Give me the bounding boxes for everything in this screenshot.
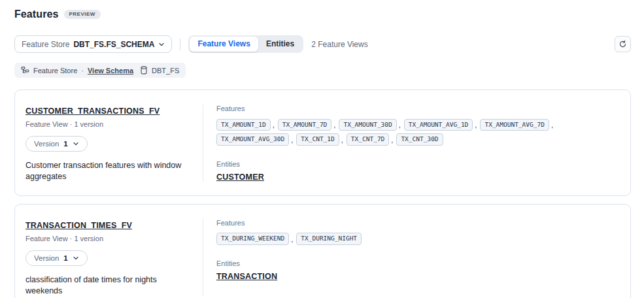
feature-chip: TX_DURING_WEEKEND bbox=[216, 233, 289, 244]
features-section-label: Features bbox=[216, 105, 615, 112]
feature-view-list: CUSTOMER_TRANSACTIONS_FV Feature View · … bbox=[0, 90, 644, 298]
entity-link[interactable]: CUSTOMER bbox=[216, 173, 264, 182]
feature-view-meta: Feature View · 1 version bbox=[25, 235, 194, 242]
feature-chip: TX_AMOUNT_AVG_7D bbox=[480, 119, 549, 131]
feature-store-selector-value: DBT_FS.FS_SCHEMA bbox=[73, 40, 154, 49]
feature-chip: TX_CNT_1D bbox=[296, 133, 339, 145]
card-details: Features TX_AMOUNT_1D,TX_AMOUNT_7D,TX_AM… bbox=[203, 105, 630, 182]
chip-separator: , bbox=[333, 121, 335, 129]
toolbar: Feature Store DBT_FS.FS_SCHEMA Feature V… bbox=[0, 35, 644, 53]
feature-view-description: Customer transaction features with windo… bbox=[25, 160, 194, 182]
feature-view-meta: Feature View · 1 version bbox=[25, 120, 194, 128]
chip-separator: , bbox=[341, 136, 343, 144]
features-section-label: Features bbox=[216, 219, 615, 227]
version-label: Version bbox=[34, 254, 59, 262]
feature-view-title-link[interactable]: CUSTOMER_TRANSACTIONS_FV bbox=[25, 107, 160, 116]
page-header: Features PREVIEW bbox=[0, 0, 644, 20]
version-dropdown[interactable]: Version 1 bbox=[25, 250, 88, 266]
feature-chip: TX_AMOUNT_30D bbox=[339, 119, 396, 131]
breadcrumb-feature-store-text: Feature Store bbox=[33, 67, 77, 74]
tab-feature-views[interactable]: Feature Views bbox=[190, 37, 258, 52]
feature-chip: TX_AMOUNT_7D bbox=[278, 119, 332, 131]
card-summary: TRANSACTION_TIMES_FV Feature View · 1 ve… bbox=[15, 219, 203, 297]
chip-separator: , bbox=[475, 121, 477, 129]
feature-chip-list: TX_AMOUNT_1D,TX_AMOUNT_7D,TX_AMOUNT_30D,… bbox=[216, 117, 615, 147]
feature-store-icon bbox=[21, 66, 29, 74]
chip-separator: , bbox=[399, 121, 401, 129]
chip-separator: , bbox=[273, 121, 275, 129]
view-tabs: Feature Views Entities bbox=[188, 35, 303, 53]
breadcrumb: Feature Store · View Schema DBT_FS bbox=[14, 63, 186, 78]
feature-chip: TX_AMOUNT_1D bbox=[216, 119, 271, 131]
refresh-icon bbox=[619, 40, 627, 48]
feature-chip: TX_DURING_NIGHT bbox=[296, 233, 362, 244]
feature-chip: TX_AMOUNT_AVG_1D bbox=[404, 119, 473, 131]
chip-separator: , bbox=[551, 121, 553, 129]
breadcrumb-separator: · bbox=[81, 67, 84, 74]
tab-entities[interactable]: Entities bbox=[258, 37, 302, 52]
features-page: Features PREVIEW Feature Store DBT_FS.FS… bbox=[0, 0, 644, 298]
feature-chip: TX_CNT_7D bbox=[347, 133, 389, 145]
chevron-down-icon bbox=[73, 255, 79, 261]
breadcrumb-row: Feature Store · View Schema DBT_FS bbox=[0, 63, 644, 78]
feature-chip: TX_CNT_30D bbox=[396, 133, 443, 145]
card-summary: CUSTOMER_TRANSACTIONS_FV Feature View · … bbox=[15, 105, 203, 182]
refresh-button[interactable] bbox=[615, 36, 631, 52]
entity-link[interactable]: TRANSACTION bbox=[216, 272, 277, 281]
card-details: Features TX_DURING_WEEKEND,TX_DURING_NIG… bbox=[203, 219, 630, 297]
feature-view-card-transaction-times: TRANSACTION_TIMES_FV Feature View · 1 ve… bbox=[14, 204, 631, 298]
feature-view-title-link[interactable]: TRANSACTION_TIMES_FV bbox=[25, 221, 132, 230]
feature-views-count: 2 Feature Views bbox=[311, 40, 368, 49]
feature-view-card-customer-transactions: CUSTOMER_TRANSACTIONS_FV Feature View · … bbox=[14, 90, 631, 196]
feature-chip-list: TX_DURING_WEEKEND,TX_DURING_NIGHT bbox=[216, 231, 615, 246]
feature-store-selector[interactable]: Feature Store DBT_FS.FS_SCHEMA bbox=[14, 35, 172, 53]
database-icon bbox=[140, 66, 148, 74]
view-schema-link[interactable]: View Schema bbox=[88, 67, 133, 74]
toolbar-divider bbox=[180, 39, 180, 50]
chevron-down-icon bbox=[73, 141, 79, 147]
breadcrumb-database-name: DBT_FS bbox=[152, 67, 179, 74]
entities-section-label: Entities bbox=[216, 160, 615, 168]
version-value: 1 bbox=[63, 140, 67, 148]
chip-separator: , bbox=[291, 235, 293, 243]
chip-separator: , bbox=[391, 136, 393, 144]
chip-separator: , bbox=[291, 136, 293, 144]
feature-chip: TX_AMOUNT_AVG_30D bbox=[216, 133, 289, 145]
version-value: 1 bbox=[63, 254, 67, 262]
entities-section-label: Entities bbox=[216, 259, 615, 267]
version-label: Version bbox=[34, 140, 59, 148]
chevron-down-icon bbox=[158, 41, 165, 48]
version-dropdown[interactable]: Version 1 bbox=[25, 136, 88, 152]
page-title: Features bbox=[14, 8, 59, 20]
feature-store-selector-label: Feature Store bbox=[22, 40, 69, 49]
feature-view-description: classification of date times for nights … bbox=[25, 274, 194, 297]
preview-badge: PREVIEW bbox=[64, 10, 101, 19]
